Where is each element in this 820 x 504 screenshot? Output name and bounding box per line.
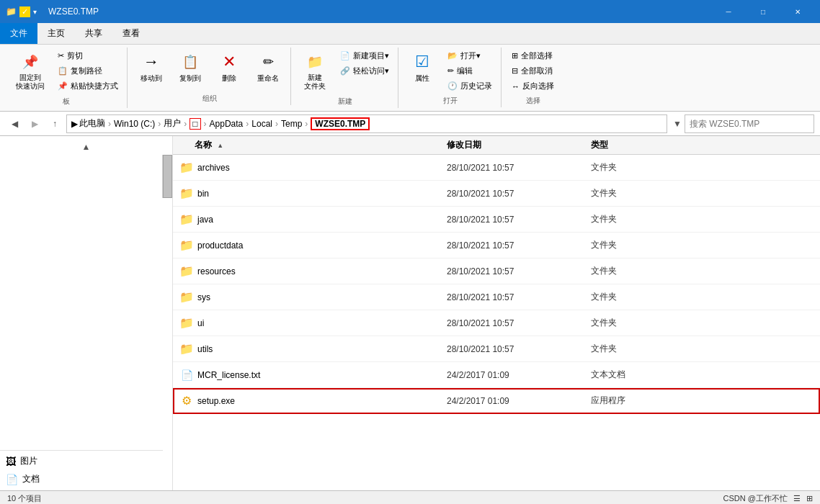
file-name: MCR_license.txt [195, 370, 447, 380]
open-label: 打开▾ [460, 50, 481, 61]
file-row[interactable]: 📁bin28/10/2021 10:57文件夹 [173, 181, 820, 207]
copy-to-icon: 📋 [180, 52, 200, 72]
up-button[interactable]: ↑ [46, 115, 63, 132]
ribbon-group-select: ⊞ 全部选择 ⊟ 全部取消 ↔ 反向选择 选择 [503, 48, 563, 107]
select-small-buttons: ⊞ 全部选择 ⊟ 全部取消 ↔ 反向选择 [507, 49, 558, 93]
select-none-icon: ⊟ [512, 66, 518, 76]
menu-view[interactable]: 查看 [112, 23, 150, 44]
new-item-label: 新建项目▾ [353, 50, 389, 61]
close-button[interactable]: ✕ [781, 0, 814, 23]
breadcrumb-drive[interactable]: Win10 (C:) [114, 119, 155, 129]
file-name: resources [195, 266, 447, 276]
menu-file[interactable]: 文件 [0, 23, 37, 44]
view-toggle-list[interactable]: ☰ [793, 494, 801, 503]
menu-share[interactable]: 共享 [75, 23, 112, 44]
file-date: 28/10/2021 10:57 [447, 266, 591, 276]
file-type: 文件夹 [591, 291, 699, 303]
copy-to-button[interactable]: 📋 复制到 [172, 49, 208, 86]
file-date: 24/2/2017 01:09 [447, 370, 591, 380]
back-button[interactable]: ◀ [6, 115, 23, 132]
copy-path-icon: 📋 [58, 66, 68, 76]
move-to-button[interactable]: → 移动到 [133, 49, 169, 86]
file-row[interactable]: 📁resources28/10/2021 10:57文件夹 [173, 258, 820, 284]
breadcrumb-users[interactable]: 用户 [164, 117, 181, 130]
edit-button[interactable]: ✏ 编辑 [443, 64, 496, 78]
file-icon-cell: 📁 [173, 161, 195, 174]
file-row[interactable]: 📁java28/10/2021 10:57文件夹 [173, 207, 820, 233]
menu-home[interactable]: 主页 [37, 23, 75, 44]
paste-shortcut-button[interactable]: 📌 粘贴快捷方式 [53, 79, 122, 93]
folder-icon: 📁 [179, 316, 194, 330]
file-row[interactable]: 📄MCR_license.txt24/2/2017 01:09文本文档 [173, 362, 820, 388]
file-date: 28/10/2021 10:57 [447, 240, 591, 251]
breadcrumb-current[interactable]: WZSE0.TMP [311, 117, 370, 130]
maximize-button[interactable]: □ [747, 0, 780, 23]
file-row[interactable]: 📁archives28/10/2021 10:57文件夹 [173, 155, 820, 181]
open-button[interactable]: 📂 打开▾ [443, 49, 496, 63]
nav-item-pictures[interactable]: 🖼 图片 [0, 452, 163, 470]
forward-button[interactable]: ▶ [26, 115, 43, 132]
copy-path-button[interactable]: 📋 复制路径 [53, 64, 122, 78]
breadcrumb-temp[interactable]: Temp [281, 119, 302, 129]
minimize-button[interactable]: ─ [712, 0, 745, 23]
new-folder-icon: 📁 [305, 52, 325, 72]
new-folder-button[interactable]: 📁 新建文件夹 [297, 49, 333, 94]
column-date[interactable]: 修改日期 [447, 139, 591, 151]
title-bar-quick-access[interactable]: 📁 ✓ ▾ [6, 6, 37, 17]
breadcrumb-dropdown[interactable]: ▼ [673, 119, 682, 129]
nav-documents-label: 文档 [22, 473, 40, 485]
quick-access-icon-2[interactable]: ✓ [19, 6, 30, 17]
open-small-buttons: 📂 打开▾ ✏ 编辑 🕐 历史记录 [443, 49, 496, 93]
rename-button[interactable]: ✏ 重命名 [250, 49, 286, 86]
move-to-label: 移动到 [141, 73, 162, 84]
breadcrumb-user[interactable]: □ [190, 118, 200, 130]
file-icon-cell: 📄 [173, 369, 195, 381]
nav-item-documents[interactable]: 📄 文档 [0, 470, 163, 488]
nav-scroll-up[interactable]: ▲ [0, 139, 172, 155]
file-row[interactable]: 📁productdata28/10/2021 10:57文件夹 [173, 233, 820, 258]
view-toggle-grid[interactable]: ⊞ [806, 494, 813, 503]
file-date: 28/10/2021 10:57 [447, 318, 591, 328]
quick-access-dropdown[interactable]: ▾ [33, 8, 37, 16]
easy-access-button[interactable]: 🔗 轻松访问▾ [336, 64, 393, 78]
search-input[interactable] [685, 114, 814, 133]
select-none-button[interactable]: ⊟ 全部取消 [507, 64, 558, 78]
quick-access-icon-1[interactable]: 📁 [6, 6, 17, 17]
new-item-button[interactable]: 📄 新建项目▾ [336, 49, 393, 63]
breadcrumb-pc[interactable]: 此电脑 [79, 117, 105, 130]
file-list-area: 名称 ▲ 修改日期 类型 📁archives28/10/2021 10:57文件… [173, 136, 820, 490]
pin-icon: 📌 [20, 52, 40, 72]
window-controls[interactable]: ─ □ ✕ [712, 0, 814, 23]
file-type: 应用程序 [591, 395, 699, 407]
txt-icon: 📄 [181, 369, 193, 381]
nav-scrollbar-thumb[interactable] [163, 155, 172, 198]
file-row[interactable]: 📁ui28/10/2021 10:57文件夹 [173, 310, 820, 336]
column-type[interactable]: 类型 [591, 139, 699, 151]
file-row[interactable]: 📁utils28/10/2021 10:57文件夹 [173, 336, 820, 362]
file-row[interactable]: 📁sys28/10/2021 10:57文件夹 [173, 284, 820, 310]
pin-to-quick-access-button[interactable]: 📌 固定到快速访问 [10, 49, 50, 94]
rename-label: 重命名 [257, 73, 279, 84]
status-item-count: 10 个项目 [7, 493, 42, 504]
breadcrumb-path[interactable]: ▶ 此电脑 › Win10 (C:) › 用户 › □ › AppData › … [66, 114, 667, 133]
column-name[interactable]: 名称 ▲ [173, 139, 447, 151]
breadcrumb-local[interactable]: Local [251, 119, 272, 129]
file-rows-container: 📁archives28/10/2021 10:57文件夹📁bin28/10/20… [173, 155, 820, 414]
breadcrumb-appdata[interactable]: AppData [210, 119, 244, 129]
folder-icon: 📁 [179, 186, 194, 200]
properties-button[interactable]: ☑ 属性 [404, 49, 440, 86]
history-button[interactable]: 🕐 历史记录 [443, 79, 496, 93]
move-to-icon: → [141, 52, 161, 72]
history-label: 历史记录 [460, 81, 492, 91]
easy-access-icon: 🔗 [340, 66, 350, 76]
file-date: 28/10/2021 10:57 [447, 344, 591, 354]
select-all-button[interactable]: ⊞ 全部选择 [507, 49, 558, 63]
delete-button[interactable]: ✕ 删除 [211, 49, 247, 86]
invert-selection-button[interactable]: ↔ 反向选择 [507, 79, 558, 93]
cut-button[interactable]: ✂ 剪切 [53, 49, 122, 63]
properties-icon: ☑ [412, 52, 432, 72]
ribbon-group-new: 📁 新建文件夹 📄 新建项目▾ 🔗 轻松访问▾ 新建 [293, 48, 398, 108]
exe-icon: ⚙ [182, 394, 192, 408]
file-row[interactable]: ⚙setup.exe24/2/2017 01:09应用程序 [173, 388, 820, 414]
nav-scrollbar[interactable] [162, 155, 172, 198]
